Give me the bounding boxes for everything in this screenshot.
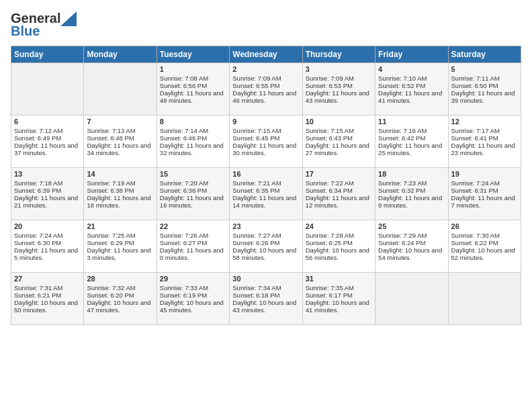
day-number: 10 [306, 118, 372, 126]
day-cell: 18Sunrise: 7:23 AMSunset: 6:32 PMDayligh… [375, 168, 448, 220]
day-info: Daylight: 11 hours and 0 minutes. [160, 246, 226, 261]
day-info: Sunset: 6:43 PM [306, 134, 372, 142]
day-number: 25 [378, 222, 445, 230]
day-cell: 11Sunrise: 7:16 AMSunset: 6:42 PMDayligh… [375, 116, 448, 168]
day-number: 2 [232, 65, 299, 73]
day-cell: 13Sunrise: 7:18 AMSunset: 6:39 PMDayligh… [11, 168, 84, 220]
day-info: Sunrise: 7:10 AM [378, 75, 445, 82]
day-cell: 27Sunrise: 7:31 AMSunset: 6:21 PMDayligh… [11, 273, 84, 325]
day-header-saturday: Saturday [448, 46, 521, 63]
day-info: Sunrise: 7:09 AM [306, 75, 372, 82]
day-cell: 1Sunrise: 7:08 AMSunset: 6:56 PMDaylight… [157, 63, 229, 116]
day-info: Sunset: 6:27 PM [160, 239, 226, 246]
header-row: SundayMondayTuesdayWednesdayThursdayFrid… [11, 46, 521, 63]
day-header-thursday: Thursday [302, 46, 375, 63]
day-info: Sunrise: 7:24 AM [451, 179, 518, 187]
day-info: Sunrise: 7:13 AM [87, 127, 153, 134]
day-number: 6 [14, 118, 81, 126]
calendar-table: SundayMondayTuesdayWednesdayThursdayFrid… [11, 46, 521, 325]
day-info: Daylight: 11 hours and 46 minutes. [232, 89, 299, 104]
day-info: Sunrise: 7:09 AM [232, 75, 299, 82]
day-info: Daylight: 11 hours and 23 minutes. [451, 142, 518, 156]
day-info: Sunset: 6:20 PM [87, 291, 153, 299]
day-number: 3 [306, 65, 372, 73]
day-info: Sunrise: 7:17 AM [451, 127, 518, 134]
day-info: Sunset: 6:25 PM [306, 239, 372, 246]
day-header-sunday: Sunday [11, 46, 84, 63]
day-header-wednesday: Wednesday [230, 46, 302, 63]
day-cell: 19Sunrise: 7:24 AMSunset: 6:31 PMDayligh… [448, 168, 521, 220]
day-info: Sunrise: 7:20 AM [160, 179, 226, 187]
day-info: Daylight: 10 hours and 56 minutes. [306, 246, 372, 261]
day-info: Daylight: 10 hours and 52 minutes. [451, 246, 518, 261]
week-row-5: 27Sunrise: 7:31 AMSunset: 6:21 PMDayligh… [11, 273, 521, 325]
day-info: Daylight: 11 hours and 48 minutes. [160, 89, 226, 104]
day-info: Sunrise: 7:23 AM [378, 179, 445, 187]
day-info: Sunset: 6:24 PM [378, 239, 445, 246]
page-header: General Blue [11, 11, 521, 39]
day-info: Daylight: 10 hours and 50 minutes. [14, 299, 81, 314]
day-info: Sunset: 6:32 PM [378, 187, 445, 194]
day-info: Sunrise: 7:28 AM [306, 232, 372, 239]
day-info: Sunrise: 7:11 AM [451, 75, 518, 82]
day-info: Sunset: 6:48 PM [87, 134, 153, 142]
day-info: Daylight: 11 hours and 30 minutes. [232, 142, 299, 156]
logo: General Blue [11, 11, 77, 39]
week-row-1: 1Sunrise: 7:08 AMSunset: 6:56 PMDaylight… [11, 63, 521, 116]
day-cell: 15Sunrise: 7:20 AMSunset: 6:36 PMDayligh… [157, 168, 229, 220]
day-info: Daylight: 10 hours and 43 minutes. [232, 299, 299, 314]
day-info: Sunset: 6:50 PM [451, 82, 518, 89]
day-info: Sunset: 6:21 PM [14, 291, 81, 299]
day-number: 29 [160, 275, 226, 283]
day-info: Sunrise: 7:30 AM [451, 232, 518, 239]
day-cell: 22Sunrise: 7:26 AMSunset: 6:27 PMDayligh… [157, 220, 229, 273]
day-number: 9 [232, 118, 299, 126]
day-cell: 3Sunrise: 7:09 AMSunset: 6:53 PMDaylight… [302, 63, 375, 116]
day-cell [84, 63, 157, 116]
day-info: Sunset: 6:42 PM [378, 134, 445, 142]
day-number: 17 [306, 170, 372, 178]
day-info: Sunset: 6:18 PM [232, 291, 299, 299]
day-number: 7 [87, 118, 153, 126]
day-info: Sunrise: 7:31 AM [14, 284, 81, 291]
day-cell: 30Sunrise: 7:34 AMSunset: 6:18 PMDayligh… [230, 273, 302, 325]
week-row-4: 20Sunrise: 7:24 AMSunset: 6:30 PMDayligh… [11, 220, 521, 273]
day-cell: 14Sunrise: 7:19 AMSunset: 6:38 PMDayligh… [84, 168, 157, 220]
day-info: Daylight: 11 hours and 9 minutes. [378, 194, 445, 209]
day-cell: 12Sunrise: 7:17 AMSunset: 6:41 PMDayligh… [448, 116, 521, 168]
day-header-monday: Monday [84, 46, 157, 63]
day-info: Sunset: 6:35 PM [232, 187, 299, 194]
day-number: 15 [160, 170, 226, 178]
day-number: 1 [160, 65, 226, 73]
day-info: Sunrise: 7:35 AM [306, 284, 372, 291]
day-number: 11 [378, 118, 445, 126]
day-number: 4 [378, 65, 445, 73]
day-info: Sunset: 6:56 PM [160, 82, 226, 89]
day-info: Sunset: 6:30 PM [14, 239, 81, 246]
day-number: 23 [232, 222, 299, 230]
day-header-friday: Friday [375, 46, 448, 63]
logo-icon-shape [60, 11, 77, 26]
day-info: Sunrise: 7:16 AM [378, 127, 445, 134]
day-number: 30 [232, 275, 299, 283]
day-number: 28 [87, 275, 153, 283]
day-info: Daylight: 11 hours and 41 minutes. [378, 89, 445, 104]
day-cell [11, 63, 84, 116]
day-info: Daylight: 11 hours and 21 minutes. [14, 194, 81, 209]
day-info: Sunrise: 7:21 AM [232, 179, 299, 187]
day-cell: 26Sunrise: 7:30 AMSunset: 6:22 PMDayligh… [448, 220, 521, 273]
day-info: Sunset: 6:38 PM [87, 187, 153, 194]
day-cell [375, 273, 448, 325]
day-info: Sunrise: 7:15 AM [306, 127, 372, 134]
day-cell: 20Sunrise: 7:24 AMSunset: 6:30 PMDayligh… [11, 220, 84, 273]
day-number: 14 [87, 170, 153, 178]
logo-blue: Blue [11, 24, 40, 39]
day-number: 16 [232, 170, 299, 178]
day-info: Sunrise: 7:24 AM [14, 232, 81, 239]
day-info: Daylight: 11 hours and 5 minutes. [14, 246, 81, 261]
day-number: 24 [306, 222, 372, 230]
day-cell: 9Sunrise: 7:15 AMSunset: 6:45 PMDaylight… [230, 116, 302, 168]
day-cell: 16Sunrise: 7:21 AMSunset: 6:35 PMDayligh… [230, 168, 302, 220]
day-number: 26 [451, 222, 518, 230]
day-info: Sunrise: 7:22 AM [306, 179, 372, 187]
